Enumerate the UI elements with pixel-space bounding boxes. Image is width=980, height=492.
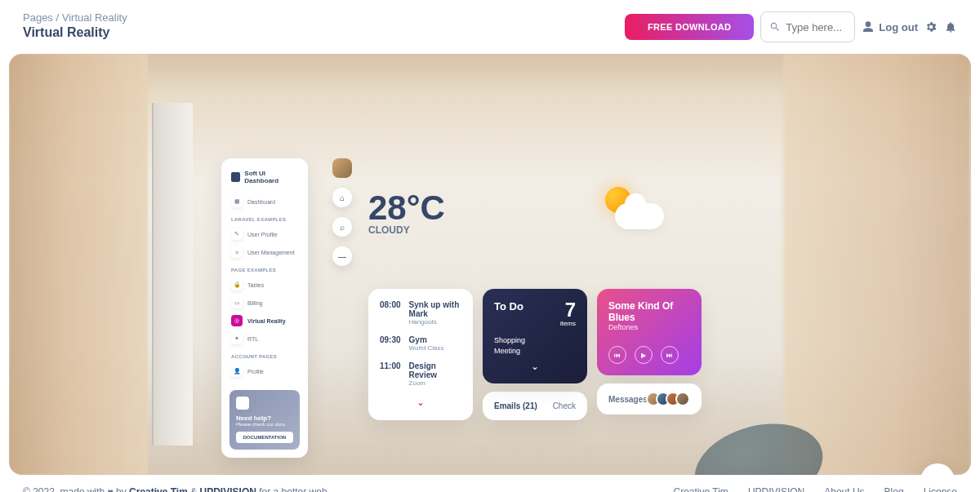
logout-link[interactable]: Log out <box>862 20 918 33</box>
search-wrap[interactable] <box>760 11 855 42</box>
sidebar-item-virtual-reality[interactable]: ◎Virtual Reality <box>229 312 300 330</box>
sidebar-item-rtl[interactable]: ✦RTL <box>229 330 300 348</box>
todo-count: 7 <box>560 300 576 320</box>
chevron-down-icon[interactable]: ⌄ <box>380 397 461 408</box>
footer-link-creative-tim[interactable]: Creative Tim <box>129 486 188 492</box>
card-icon: ▭ <box>231 297 243 308</box>
heart-icon: ♥ <box>108 486 114 492</box>
page-title: Virtual Reality <box>23 25 127 40</box>
sidebar-item-profile[interactable]: 👤Profile <box>229 362 300 380</box>
brand-icon <box>231 172 240 182</box>
free-download-button[interactable]: FREE DOWNLOAD <box>625 14 754 40</box>
search-input[interactable] <box>781 15 846 40</box>
chevron-down-icon[interactable]: ⌄ <box>494 361 576 372</box>
avatar <box>675 392 690 406</box>
documentation-button[interactable]: DOCUMENTATION <box>236 432 293 443</box>
sidebar-item-billing[interactable]: ▭Billing <box>229 294 300 312</box>
dashboard-icon: ▦ <box>231 196 243 207</box>
music-card: Some Kind Of Blues Deftones ⏮ ▶ ⏭ <box>597 289 702 375</box>
todo-title: To Do <box>494 300 523 312</box>
minus-icon: — <box>338 252 346 261</box>
minimize-fab[interactable]: — <box>332 246 352 266</box>
messages-label: Messages <box>608 395 648 404</box>
music-title: Some Kind Of Blues <box>608 300 690 323</box>
footer-copyright: © 2022, made with ♥ by Creative Tim & UP… <box>23 486 330 492</box>
footer-link-updivision[interactable]: UPDIVISION <box>200 486 256 492</box>
schedule-item[interactable]: 09:30 GymWorld Class <box>380 335 461 352</box>
curtain-right <box>783 54 971 475</box>
sidebar-section-laravel: LARAVEL EXAMPLES <box>231 217 300 222</box>
search-icon <box>769 21 781 33</box>
emails-action[interactable]: Check <box>553 401 576 410</box>
schedule-item[interactable]: 11:00 Design ReviewZoom <box>380 361 461 387</box>
prev-button[interactable]: ⏮ <box>608 346 626 364</box>
schedule-item[interactable]: 08:00 Synk up with MarkHangouts <box>380 300 461 326</box>
help-card: ♥ Need help? Please check our docs DOCUM… <box>229 390 300 450</box>
next-icon: ⏭ <box>666 352 673 359</box>
breadcrumb-root[interactable]: Pages <box>23 11 53 24</box>
curtain-left <box>9 54 148 475</box>
play-button[interactable]: ▶ <box>635 346 653 364</box>
breadcrumb: Pages / Virtual Reality <box>23 11 127 24</box>
profile-icon: 👤 <box>231 366 243 377</box>
door-frame <box>152 103 193 445</box>
emails-label: Emails (21) <box>494 401 537 410</box>
sidebar-item-dashboard[interactable]: ▦Dashboard <box>229 193 300 211</box>
todo-item: Shopping <box>494 335 576 346</box>
emails-card[interactable]: Emails (21) Check <box>483 392 587 420</box>
music-artist: Deftones <box>608 323 690 331</box>
home-fab[interactable]: ⌂ <box>332 188 352 207</box>
gear-icon[interactable] <box>924 20 938 33</box>
schedule-card: 08:00 Synk up with MarkHangouts 09:30 Gy… <box>368 289 473 420</box>
mini-sidebar: Soft UI Dashboard ▦Dashboard LARAVEL EXA… <box>221 158 308 458</box>
messages-card[interactable]: Messages <box>597 383 702 414</box>
user-icon <box>862 20 875 33</box>
avatar[interactable] <box>332 158 352 178</box>
todo-count-label: items <box>560 320 576 327</box>
vr-icon: ◎ <box>231 315 243 326</box>
brand[interactable]: Soft UI Dashboard <box>229 166 300 193</box>
message-avatars <box>651 392 690 406</box>
sidebar-item-user-profile[interactable]: ✎User Profile <box>229 225 300 243</box>
bell-icon[interactable] <box>944 20 957 33</box>
next-button[interactable]: ⏭ <box>661 346 679 364</box>
footer-nav-license[interactable]: License <box>924 486 957 492</box>
sidebar-item-user-management[interactable]: ≡User Management <box>229 243 300 261</box>
weather-icon <box>592 184 666 241</box>
sidebar-section-pages: PAGE EXAMPLES <box>231 268 300 273</box>
user-profile-icon: ✎ <box>231 228 243 240</box>
home-icon: ⌂ <box>340 193 345 202</box>
help-icon: ♥ <box>236 397 249 410</box>
lock-icon: 🔒 <box>231 279 243 290</box>
footer-nav-updivision[interactable]: UPDIVISION <box>748 486 804 492</box>
search-fab[interactable]: ⌕ <box>332 217 352 237</box>
prev-icon: ⏮ <box>614 352 621 359</box>
footer-nav-about[interactable]: About Us <box>824 486 864 492</box>
breadcrumb-current: Virtual Reality <box>62 11 127 24</box>
list-icon: ≡ <box>231 246 243 258</box>
temperature: 28°C <box>368 188 445 228</box>
footer-nav-creative-tim[interactable]: Creative Tim <box>674 486 728 492</box>
vr-canvas: Soft UI Dashboard ▦Dashboard LARAVEL EXA… <box>9 54 971 475</box>
search-icon: ⌕ <box>340 223 345 232</box>
sidebar-item-tables[interactable]: 🔒Tables <box>229 276 300 294</box>
rtl-icon: ✦ <box>231 333 243 344</box>
todo-item: Meeting <box>494 346 576 357</box>
todo-card: To Do 7 items Shopping Meeting ⌄ <box>483 289 587 383</box>
sidebar-section-account: ACCOUNT PAGES <box>231 354 300 359</box>
footer-nav-blog[interactable]: Blog <box>884 486 904 492</box>
play-icon: ▶ <box>641 352 646 359</box>
gear-icon <box>930 473 945 475</box>
